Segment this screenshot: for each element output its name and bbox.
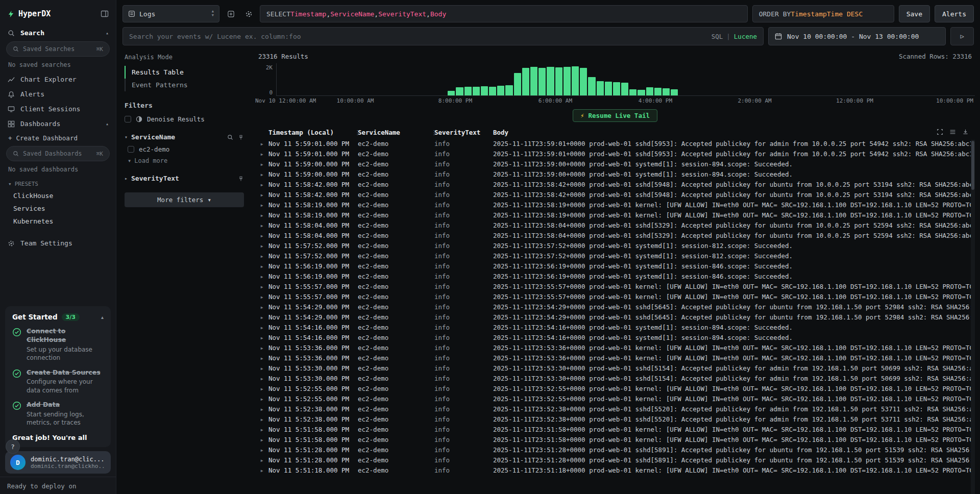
table-row[interactable]: ▸Nov 11 5:58:04.000 PMec2-demoinfo2025-1…: [255, 220, 975, 231]
checkbox[interactable]: [125, 116, 131, 122]
facet-pin-icon[interactable]: [238, 176, 244, 182]
expand-table-icon[interactable]: [937, 129, 943, 136]
select-columns-input[interactable]: SELECT Timestamp,ServiceName,SeverityTex…: [260, 5, 748, 22]
sidebar-item-dashboards[interactable]: Dashboards ▴: [0, 116, 116, 131]
save-button[interactable]: Save: [899, 5, 930, 22]
user-menu[interactable]: D dominic.tran@clic... dominic.tran@clic…: [5, 451, 111, 474]
table-row[interactable]: ▸Nov 11 5:51:28.000 PMec2-demoinfo2025-1…: [255, 445, 975, 455]
table-row[interactable]: ▸Nov 11 5:56:19.000 PMec2-demoinfo2025-1…: [255, 261, 975, 271]
row-density-icon[interactable]: [949, 129, 956, 136]
table-row[interactable]: ▸Nov 11 5:59:01.000 PMec2-demoinfo2025-1…: [255, 149, 975, 159]
table-row[interactable]: ▸Nov 11 5:58:19.000 PMec2-demoinfo2025-1…: [255, 200, 975, 210]
search-events-input[interactable]: Search your events w/ Lucene ex. column:…: [122, 27, 764, 45]
row-expand-icon[interactable]: ▸: [255, 261, 268, 271]
table-row[interactable]: ▸Nov 11 5:54:29.000 PMec2-demoinfo2025-1…: [255, 312, 975, 323]
brand-logo[interactable]: HyperDX: [7, 9, 51, 18]
table-row[interactable]: ▸Nov 11 5:59:00.000 PMec2-demoinfo2025-1…: [255, 169, 975, 180]
row-expand-icon[interactable]: ▸: [255, 435, 268, 445]
row-expand-icon[interactable]: ▸: [255, 159, 268, 169]
create-dashboard-button[interactable]: + Create Dashboard: [0, 131, 116, 145]
table-row[interactable]: ▸Nov 11 5:56:19.000 PMec2-demoinfo2025-1…: [255, 271, 975, 282]
table-row[interactable]: ▸Nov 11 5:53:36.000 PMec2-demoinfo2025-1…: [255, 353, 975, 363]
help-button[interactable]: ?: [6, 440, 19, 453]
row-expand-icon[interactable]: ▸: [255, 455, 268, 465]
row-expand-icon[interactable]: ▸: [255, 292, 268, 302]
row-expand-icon[interactable]: ▸: [255, 414, 268, 425]
table-row[interactable]: ▸Nov 11 5:59:01.000 PMec2-demoinfo2025-1…: [255, 139, 975, 149]
get-started-step-sources[interactable]: Create Data Sources Configure where your…: [12, 368, 104, 394]
row-expand-icon[interactable]: ▸: [255, 180, 268, 190]
sidebar-item-search[interactable]: Search ▴: [0, 26, 116, 40]
row-expand-icon[interactable]: ▸: [255, 404, 268, 414]
table-row[interactable]: ▸Nov 11 5:55:57.000 PMec2-demoinfo2025-1…: [255, 292, 975, 302]
sidebar-item-chart-explorer[interactable]: Chart Explorer: [0, 72, 116, 87]
table-row[interactable]: ▸Nov 11 5:54:29.000 PMec2-demoinfo2025-1…: [255, 302, 975, 312]
row-expand-icon[interactable]: ▸: [255, 333, 268, 343]
add-source-button[interactable]: [224, 5, 237, 22]
column-header-timestamp[interactable]: Timestamp (Local): [268, 129, 358, 136]
sidebar-item-kubernetes[interactable]: Kubernetes: [0, 215, 116, 228]
facet-value-ec2-demo[interactable]: ec2-demo: [125, 141, 244, 153]
sidebar-item-services[interactable]: Services: [0, 202, 116, 215]
table-row[interactable]: ▸Nov 11 5:57:52.000 PMec2-demoinfo2025-1…: [255, 251, 975, 261]
column-header-servicename[interactable]: ⋮ServiceName: [358, 129, 434, 136]
facet-servicename-header[interactable]: ▾ ServiceName: [125, 133, 244, 141]
row-expand-icon[interactable]: ▸: [255, 465, 268, 476]
column-header-body[interactable]: ⋮Body: [493, 129, 975, 136]
table-row[interactable]: ▸Nov 11 5:58:42.000 PMec2-demoinfo2025-1…: [255, 180, 975, 190]
more-filters-button[interactable]: More filters ▾: [125, 192, 244, 207]
resume-live-tail-button[interactable]: ⚡ Resume Live Tail: [573, 109, 657, 122]
table-scrollbar[interactable]: [971, 140, 975, 494]
sidebar-item-team-settings[interactable]: Team Settings: [0, 236, 116, 251]
table-row[interactable]: ▸Nov 11 5:58:42.000 PMec2-demoinfo2025-1…: [255, 190, 975, 200]
column-resize-handle[interactable]: ⋮: [354, 129, 361, 136]
row-expand-icon[interactable]: ▸: [255, 425, 268, 435]
table-row[interactable]: ▸Nov 11 5:51:28.000 PMec2-demoinfo2025-1…: [255, 455, 975, 465]
source-select[interactable]: Logs ▲▼: [122, 5, 219, 22]
column-resize-handle[interactable]: ⋮: [431, 129, 437, 136]
row-expand-icon[interactable]: ▸: [255, 210, 268, 220]
row-expand-icon[interactable]: ▸: [255, 169, 268, 180]
language-lucene-option[interactable]: Lucene: [734, 33, 757, 40]
row-expand-icon[interactable]: ▸: [255, 394, 268, 404]
row-expand-icon[interactable]: ▸: [255, 384, 268, 394]
row-expand-icon[interactable]: ▸: [255, 139, 268, 149]
row-expand-icon[interactable]: ▸: [255, 200, 268, 210]
date-range-picker[interactable]: Nov 10 00:00:00 - Nov 13 00:00:00: [768, 27, 946, 45]
get-started-header[interactable]: Get Started 3/3 ▴: [12, 313, 104, 321]
table-row[interactable]: ▸Nov 11 5:58:04.000 PMec2-demoinfo2025-1…: [255, 231, 975, 241]
row-expand-icon[interactable]: ▸: [255, 282, 268, 292]
facet-pin-icon[interactable]: [238, 134, 244, 140]
table-row[interactable]: ▸Nov 11 5:57:52.000 PMec2-demoinfo2025-1…: [255, 241, 975, 251]
table-row[interactable]: ▸Nov 11 5:52:38.000 PMec2-demoinfo2025-1…: [255, 414, 975, 425]
table-row[interactable]: ▸Nov 11 5:53:30.000 PMec2-demoinfo2025-1…: [255, 374, 975, 384]
mode-event-patterns[interactable]: Event Patterns: [125, 79, 244, 91]
table-row[interactable]: ▸Nov 11 5:53:36.000 PMec2-demoinfo2025-1…: [255, 343, 975, 353]
row-expand-icon[interactable]: ▸: [255, 323, 268, 333]
row-expand-icon[interactable]: ▸: [255, 241, 268, 251]
row-expand-icon[interactable]: ▸: [255, 363, 268, 374]
alerts-button[interactable]: Alerts: [935, 5, 974, 22]
run-query-button[interactable]: ▷: [950, 27, 974, 45]
order-by-input[interactable]: ORDER BY TimestampTime DESC: [752, 5, 894, 22]
column-resize-handle[interactable]: ⋮: [493, 129, 496, 136]
table-row[interactable]: ▸Nov 11 5:51:18.000 PMec2-demoinfo2025-1…: [255, 465, 975, 476]
table-row[interactable]: ▸Nov 11 5:51:58.000 PMec2-demoinfo2025-1…: [255, 425, 975, 435]
checkbox[interactable]: [128, 146, 134, 153]
row-expand-icon[interactable]: ▸: [255, 312, 268, 323]
row-expand-icon[interactable]: ▸: [255, 231, 268, 241]
table-row[interactable]: ▸Nov 11 5:54:16.000 PMec2-demoinfo2025-1…: [255, 323, 975, 333]
sidebar-collapse-icon[interactable]: [101, 10, 109, 18]
get-started-step-add-data[interactable]: Add Data Start sending logs, metrics, or…: [12, 401, 104, 427]
scrollbar-thumb[interactable]: [971, 141, 974, 190]
mode-results-table[interactable]: Results Table: [125, 66, 244, 79]
table-row[interactable]: ▸Nov 11 5:53:30.000 PMec2-demoinfo2025-1…: [255, 363, 975, 374]
row-expand-icon[interactable]: ▸: [255, 353, 268, 363]
denoise-results-checkbox[interactable]: Denoise Results: [125, 115, 244, 123]
table-row[interactable]: ▸Nov 11 5:54:16.000 PMec2-demoinfo2025-1…: [255, 333, 975, 343]
facet-search-icon[interactable]: [227, 134, 233, 140]
facet-severitytext-header[interactable]: ▸ SeverityText: [125, 175, 244, 182]
row-expand-icon[interactable]: ▸: [255, 374, 268, 384]
load-more-button[interactable]: ▾ Load more: [125, 153, 244, 164]
column-header-severitytext[interactable]: ⋮SeverityText: [434, 129, 493, 136]
